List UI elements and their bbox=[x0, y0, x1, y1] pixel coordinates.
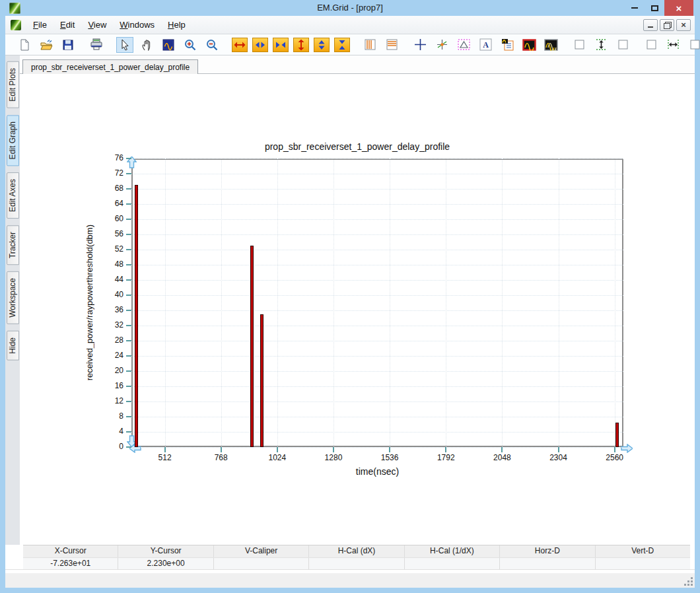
h-gridline bbox=[131, 280, 623, 281]
spread-y-icon bbox=[317, 39, 326, 51]
menu-edit[interactable]: Edit bbox=[53, 17, 81, 32]
y-tick-label: 76 bbox=[101, 153, 123, 162]
menu-list: FileEditViewWindowsHelp bbox=[26, 17, 192, 32]
plot-box[interactable] bbox=[131, 158, 623, 447]
sidebar-tab-edit-axes[interactable]: Edit Axes bbox=[7, 172, 19, 219]
tracker-button[interactable] bbox=[433, 37, 450, 53]
zoom-out-button[interactable] bbox=[203, 37, 221, 53]
size-box-1-button[interactable] bbox=[571, 37, 588, 53]
crosshair-icon bbox=[414, 38, 427, 51]
document-tab[interactable]: prop_sbr_receiverset_1_power_delay_profi… bbox=[22, 59, 198, 75]
v-gridline bbox=[221, 158, 222, 447]
y-axis-tick bbox=[126, 355, 131, 357]
h-gridline bbox=[131, 189, 623, 190]
plot-canvas[interactable]: prop_sbr_receiverset_1_power_delay_profi… bbox=[20, 74, 695, 545]
single-trace-button[interactable] bbox=[520, 37, 538, 53]
multi-trace-button[interactable] bbox=[542, 37, 559, 53]
h-gridline bbox=[131, 174, 623, 174]
spread-x-button[interactable] bbox=[252, 38, 268, 52]
y-axis-tick bbox=[126, 370, 131, 372]
y-axis-tick bbox=[126, 188, 131, 190]
size-box-4-button[interactable] bbox=[686, 37, 700, 53]
tracker-icon bbox=[436, 38, 448, 51]
cursor-table-value-y-cursor: 2.230e+00 bbox=[118, 558, 213, 569]
new-file-button[interactable] bbox=[16, 37, 33, 53]
y-tick-label: 12 bbox=[101, 396, 123, 405]
y-tick-label: 20 bbox=[101, 366, 123, 375]
x-axis-label: time(nsec) bbox=[131, 466, 623, 477]
save-file-button[interactable] bbox=[59, 37, 77, 53]
select-button[interactable] bbox=[116, 37, 133, 53]
fit-width-button[interactable] bbox=[664, 37, 682, 53]
sidebar-tab-workspace[interactable]: Workspace bbox=[7, 271, 19, 324]
shrink-y-icon bbox=[337, 39, 347, 51]
x-axis-right-handle[interactable] bbox=[621, 444, 633, 453]
cursor-table-value-horz-d bbox=[500, 558, 595, 569]
sidebar-tab-tracker[interactable]: Tracker bbox=[7, 225, 19, 265]
x-axis-tick bbox=[164, 447, 166, 452]
menu-help[interactable]: Help bbox=[161, 17, 192, 32]
menu-view[interactable]: View bbox=[81, 17, 113, 32]
y-axis-tick bbox=[126, 310, 131, 311]
y-tick-label: 52 bbox=[101, 244, 123, 254]
maximize-button[interactable] bbox=[645, 0, 664, 16]
resize-grip-icon[interactable] bbox=[684, 577, 693, 586]
expand-y-button[interactable] bbox=[293, 38, 309, 52]
y-tick-label: 44 bbox=[101, 275, 123, 284]
shrink-y-button[interactable] bbox=[334, 38, 350, 52]
y-tick-label: 60 bbox=[101, 214, 123, 223]
print-icon bbox=[90, 38, 103, 51]
delta-marker-button[interactable] bbox=[455, 37, 472, 53]
print-button[interactable] bbox=[88, 37, 105, 53]
y-tick-label: 24 bbox=[101, 351, 123, 360]
h-gridline bbox=[131, 341, 623, 341]
child-restore-button[interactable] bbox=[660, 19, 674, 31]
cursor-table-header: V-Caliper bbox=[214, 545, 309, 557]
y-tick-label: 48 bbox=[101, 260, 123, 269]
y-axis-tick bbox=[126, 173, 131, 174]
minimize-button[interactable] bbox=[625, 0, 645, 16]
child-close-button[interactable]: × bbox=[676, 19, 691, 31]
toolbar: ALayout bbox=[5, 34, 695, 55]
x-axis-tick bbox=[445, 447, 446, 452]
y-tick-label: 64 bbox=[101, 199, 123, 208]
close-button[interactable]: × bbox=[664, 0, 693, 16]
child-minimize-icon bbox=[648, 26, 653, 28]
sidebar-tab-edit-graph[interactable]: Edit Graph bbox=[7, 115, 19, 166]
zoom-region-icon bbox=[162, 39, 174, 51]
pan-button[interactable] bbox=[138, 37, 155, 53]
cursor-readout-table: X-CursorY-CursorV-CaliperH-Cal (dX)H-Cal… bbox=[23, 545, 690, 569]
menu-windows[interactable]: Windows bbox=[113, 17, 161, 32]
v-gridline bbox=[333, 158, 334, 447]
v-caliper-button[interactable] bbox=[361, 37, 378, 53]
shrink-x-button[interactable] bbox=[273, 38, 289, 52]
report-button[interactable] bbox=[499, 37, 516, 53]
child-minimize-button[interactable] bbox=[643, 19, 658, 31]
open-file-button[interactable] bbox=[38, 37, 55, 53]
fit-height-button[interactable] bbox=[592, 37, 610, 53]
h-gridline bbox=[131, 356, 623, 357]
crosshair-button[interactable] bbox=[411, 37, 429, 53]
text-annotation-button[interactable]: A bbox=[477, 37, 494, 53]
h-gridline bbox=[131, 386, 623, 387]
cursor-table-value-h-cal-1-dx- bbox=[405, 558, 500, 569]
h-caliper-button[interactable] bbox=[383, 37, 400, 53]
minimize-icon bbox=[631, 7, 638, 9]
size-box-2-button[interactable] bbox=[614, 37, 631, 53]
menu-file[interactable]: File bbox=[26, 17, 53, 32]
x-tick-label: 2304 bbox=[539, 453, 578, 462]
h-gridline bbox=[131, 265, 623, 265]
h-gridline bbox=[131, 401, 623, 402]
h-gridline bbox=[131, 447, 623, 448]
size-box-3-button[interactable] bbox=[643, 37, 660, 53]
cursor-table-header: H-Cal (dX) bbox=[309, 545, 404, 557]
sidebar-tab-edit-plots[interactable]: Edit Plots bbox=[7, 61, 19, 108]
zoom-region-button[interactable] bbox=[160, 37, 177, 53]
v-gridline bbox=[559, 158, 559, 447]
zoom-in-button[interactable] bbox=[182, 37, 199, 53]
sidebar-tab-hide[interactable]: Hide bbox=[7, 331, 19, 361]
spread-y-button[interactable] bbox=[314, 38, 330, 52]
fit-width-icon bbox=[667, 39, 680, 50]
expand-x-button[interactable] bbox=[232, 38, 248, 52]
window-title: EM.Grid - [prop7] bbox=[0, 3, 700, 13]
